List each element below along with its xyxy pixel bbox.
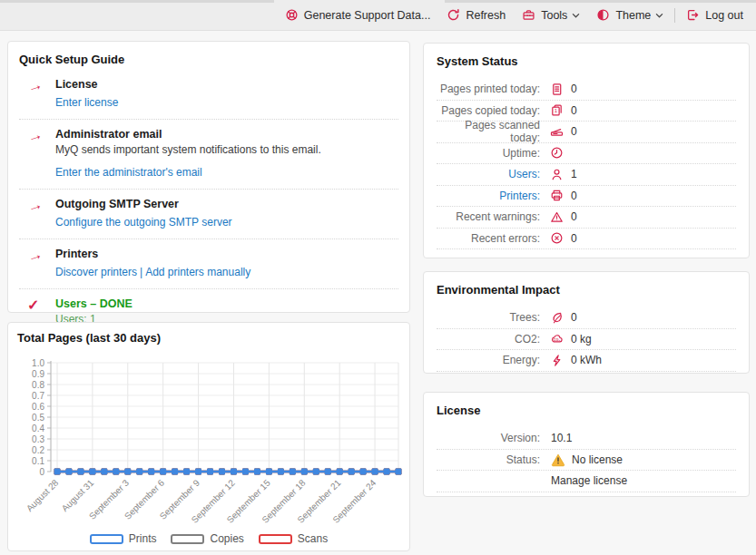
warning-yellow-icon bbox=[551, 453, 565, 467]
printers-link[interactable]: Printers: bbox=[437, 190, 540, 202]
lightning-icon bbox=[550, 353, 565, 367]
row-value: 0 bbox=[571, 83, 577, 95]
table-row: Manage license bbox=[437, 471, 736, 492]
top-edge-strip-left bbox=[0, 0, 274, 3]
svg-text:August 28: August 28 bbox=[25, 477, 61, 513]
license-card: License Version: 10.1 Status: No license bbox=[423, 392, 750, 497]
table-row: Pages scanned today: 0 bbox=[437, 122, 736, 143]
top-edge-strip-right bbox=[445, 0, 756, 3]
logout-button[interactable]: Log out bbox=[678, 0, 751, 30]
svg-text:0.5: 0.5 bbox=[32, 413, 44, 423]
printer-icon bbox=[550, 189, 565, 203]
dashboard: Quick Setup Guide → License Enter licens… bbox=[0, 31, 756, 555]
legend-item-copies[interactable]: Copies bbox=[171, 532, 243, 545]
logout-label: Log out bbox=[705, 9, 743, 22]
generate-support-data-label: Generate Support Data... bbox=[304, 9, 431, 22]
environmental-impact-card: Environmental Impact Trees: 0 CO2: CO bbox=[423, 271, 750, 374]
row-value: 0 bbox=[571, 232, 577, 245]
list-item: → License Enter license bbox=[19, 70, 398, 120]
license-status-value: No license bbox=[572, 453, 623, 466]
svg-text:0.9: 0.9 bbox=[32, 369, 44, 379]
table-row: Recent errors: 0 bbox=[437, 229, 736, 250]
chevron-down-icon bbox=[572, 12, 580, 19]
legend-label: Prints bbox=[129, 532, 157, 545]
legend-label: Copies bbox=[210, 532, 243, 545]
total-pages-chart: 00.10.20.30.40.50.60.70.80.91.0August 28… bbox=[17, 352, 402, 531]
life-ring-icon bbox=[285, 8, 299, 22]
legend-label: Scans bbox=[298, 532, 328, 545]
table-row: Uptime: bbox=[437, 143, 736, 165]
svg-text:August 31: August 31 bbox=[60, 477, 96, 513]
row-label: Trees: bbox=[437, 311, 540, 324]
row-value: 0 kWh bbox=[571, 354, 602, 366]
license-title: License bbox=[437, 404, 736, 417]
legend-item-prints[interactable]: Prints bbox=[90, 532, 157, 545]
arrow-right-icon: → bbox=[21, 248, 55, 279]
quick-setup-guide-card: Quick Setup Guide → License Enter licens… bbox=[7, 41, 410, 313]
discover-printers-link[interactable]: Discover printers bbox=[55, 266, 137, 278]
toolbox-icon bbox=[522, 8, 535, 22]
copied-pages-icon: 1 bbox=[550, 103, 565, 118]
tools-menu-button[interactable]: Tools bbox=[514, 0, 588, 30]
chevron-down-icon bbox=[655, 12, 663, 19]
setup-item-description: MyQ sends important system notifications… bbox=[55, 143, 321, 156]
user-icon bbox=[550, 167, 565, 181]
toolbar-divider bbox=[674, 8, 675, 23]
arrow-right-icon: → bbox=[21, 78, 55, 110]
tools-label: Tools bbox=[541, 9, 567, 22]
generate-support-data-button[interactable]: Generate Support Data... bbox=[277, 0, 439, 30]
row-value: 0 bbox=[571, 190, 577, 202]
row-value: 0 bbox=[571, 210, 577, 223]
chart-legend: Prints Copies Scans bbox=[8, 532, 409, 545]
table-row: Printers: 0 bbox=[437, 186, 736, 208]
svg-text:0.3: 0.3 bbox=[32, 434, 44, 444]
list-item: → Printers Discover printers|Add printer… bbox=[19, 239, 398, 289]
error-circle-icon bbox=[550, 231, 565, 246]
scanner-icon bbox=[550, 124, 565, 139]
svg-text:0.4: 0.4 bbox=[32, 424, 44, 433]
setup-item-title: Outgoing SMTP Server bbox=[55, 198, 232, 210]
enter-admin-email-link[interactable]: Enter the administrator's email bbox=[55, 166, 202, 179]
prints-swatch bbox=[90, 534, 123, 544]
table-row: Recent warnings: 0 bbox=[437, 207, 736, 229]
setup-item-title: Printers bbox=[55, 248, 250, 260]
theme-contrast-icon bbox=[596, 8, 610, 22]
refresh-button[interactable]: Refresh bbox=[438, 0, 514, 30]
theme-label: Theme bbox=[615, 9, 651, 22]
logout-icon bbox=[686, 8, 700, 22]
clock-icon bbox=[550, 146, 565, 161]
enter-license-link[interactable]: Enter license bbox=[55, 96, 118, 109]
table-row: Users: 1 bbox=[437, 164, 736, 186]
toolbar: Generate Support Data... Refresh Tools bbox=[0, 0, 756, 31]
svg-text:0.7: 0.7 bbox=[32, 391, 44, 401]
table-row: Trees: 0 bbox=[437, 307, 736, 329]
setup-item-title: License bbox=[55, 78, 118, 91]
theme-menu-button[interactable]: Theme bbox=[588, 0, 672, 30]
users-link[interactable]: Users: bbox=[437, 168, 540, 180]
configure-smtp-link[interactable]: Configure the outgoing SMTP server bbox=[55, 216, 232, 229]
row-value: 0 bbox=[571, 104, 577, 117]
warning-triangle-icon bbox=[550, 209, 565, 224]
row-label: Pages copied today: bbox=[437, 104, 540, 117]
add-printers-manually-link[interactable]: Add printers manually bbox=[145, 266, 250, 278]
row-label: Status: bbox=[437, 453, 540, 466]
list-item: → Outgoing SMTP Server Configure the out… bbox=[19, 190, 398, 239]
table-row: Pages printed today: 0 bbox=[437, 79, 736, 101]
svg-text:0.8: 0.8 bbox=[32, 380, 44, 390]
list-item: → Administrator email MyQ sends importan… bbox=[19, 120, 398, 190]
license-version-value: 10.1 bbox=[551, 432, 572, 444]
leaf-icon bbox=[550, 310, 565, 325]
row-label: Pages scanned today: bbox=[437, 119, 540, 144]
row-label: CO2: bbox=[437, 333, 540, 346]
legend-item-scans[interactable]: Scans bbox=[259, 532, 328, 545]
environmental-impact-title: Environmental Impact bbox=[437, 283, 736, 297]
refresh-label: Refresh bbox=[466, 9, 506, 22]
manage-license-link[interactable]: Manage license bbox=[551, 474, 627, 487]
svg-text:CO₂: CO₂ bbox=[554, 338, 561, 342]
row-label: Pages printed today: bbox=[437, 83, 540, 95]
row-value: 0 kg bbox=[571, 333, 592, 346]
svg-text:0.6: 0.6 bbox=[32, 402, 44, 412]
system-status-title: System Status bbox=[437, 54, 736, 68]
setup-item-title: Administrator email bbox=[55, 128, 321, 141]
license-rows: Version: 10.1 Status: No license Manage … bbox=[437, 428, 736, 492]
